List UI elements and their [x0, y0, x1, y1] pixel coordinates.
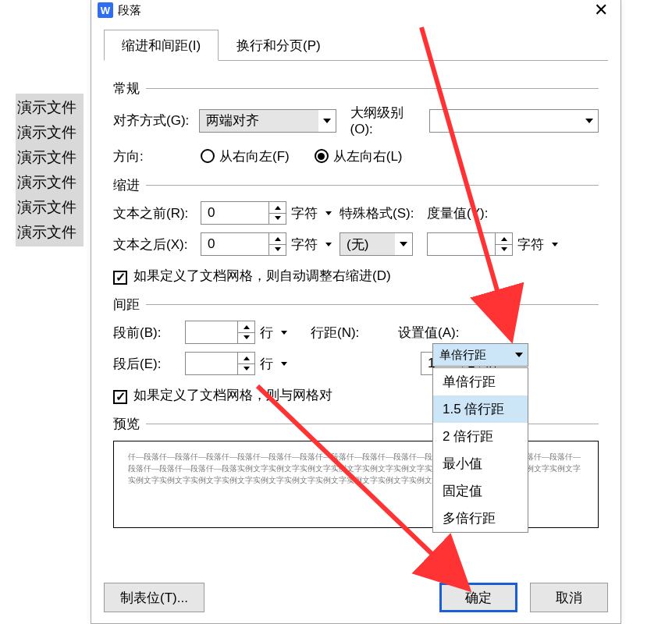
measure-spinner[interactable] — [427, 232, 513, 256]
bg-list-item[interactable]: 演示文件 — [16, 220, 83, 245]
unit-label[interactable]: 字符 — [291, 204, 318, 222]
spinner-down-icon[interactable] — [237, 364, 254, 375]
text-after-spinner[interactable]: 0 — [201, 232, 286, 256]
group-label: 预览 — [113, 415, 140, 433]
chevron-down-icon — [549, 239, 561, 250]
direction-rtl-radio[interactable]: 从右向左(F) — [201, 147, 290, 165]
group-header-general: 常规 — [113, 80, 599, 98]
dropdown-option-double[interactable]: 2 倍行距 — [433, 423, 528, 450]
dropdown-option-fixed[interactable]: 固定值 — [433, 477, 528, 505]
divider — [146, 185, 599, 186]
line-spacing-label: 行距(N): — [311, 324, 398, 342]
group-label: 间距 — [113, 296, 140, 314]
group-label: 缩进 — [113, 176, 140, 194]
dropdown-option-multi[interactable]: 多倍行距 — [433, 505, 528, 532]
snap-to-grid-label: 如果定义了文档网格，则与网格对 — [133, 386, 332, 404]
line-spacing-combo[interactable]: 单倍行距 — [432, 343, 528, 367]
bg-list-item[interactable]: 演示文件 — [16, 120, 83, 145]
paragraph-dialog: W 段落 ✕ 缩进和间距(I) 换行和分页(P) 常规 对齐方式(G): 两端对… — [91, 0, 621, 624]
divider — [146, 88, 599, 89]
line-spacing-dropdown: 单倍行距 1.5 倍行距 2 倍行距 最小值 固定值 多倍行距 — [432, 367, 528, 533]
dropdown-option-1-5[interactable]: 1.5 倍行距 — [433, 395, 528, 423]
radio-icon — [201, 149, 215, 163]
space-after-spinner[interactable] — [185, 352, 255, 375]
tabs: 缩进和间距(I) 换行和分页(P) — [104, 30, 608, 61]
unit-label[interactable]: 字符 — [291, 236, 318, 254]
cancel-button[interactable]: 取消 — [530, 583, 608, 612]
chevron-down-icon — [278, 359, 290, 369]
direction-rtl-label: 从右向左(F) — [219, 147, 290, 165]
spinner-up-icon[interactable] — [495, 233, 512, 245]
checkbox-icon[interactable] — [113, 390, 127, 404]
direction-ltr-radio[interactable]: 从左向右(L) — [315, 147, 403, 165]
alignment-label: 对齐方式(G): — [113, 112, 199, 129]
auto-adjust-indent-label: 如果定义了文档网格，则自动调整右缩进(D) — [133, 267, 391, 285]
bg-list-item[interactable]: 演示文件 — [16, 195, 83, 220]
space-before-value — [186, 321, 237, 343]
special-format-combo[interactable]: (无) — [340, 232, 413, 256]
dropdown-option-single[interactable]: 单倍行距 — [433, 368, 528, 395]
group-label: 常规 — [113, 80, 140, 98]
text-before-label: 文本之前(R): — [113, 204, 201, 222]
close-icon[interactable]: ✕ — [588, 2, 614, 19]
space-before-spinner[interactable] — [185, 321, 255, 344]
text-before-value: 0 — [201, 202, 268, 224]
spinner-down-icon[interactable] — [237, 333, 254, 344]
chevron-down-icon — [278, 328, 290, 338]
set-value-label: 设置值(A): — [398, 324, 459, 342]
special-format-label: 特殊格式(S): — [340, 204, 427, 222]
space-before-label: 段前(B): — [113, 324, 185, 342]
radio-icon — [315, 149, 329, 163]
spinner-up-icon[interactable] — [237, 321, 254, 333]
spinner-down-icon[interactable] — [268, 245, 286, 256]
chevron-down-icon — [322, 239, 335, 250]
dialog-content: 常规 对齐方式(G): 两端对齐 大纲级别(O): 方向: 从右向左(F) — [91, 61, 620, 528]
direction-ltr-label: 从左向右(L) — [333, 147, 403, 165]
button-row: 制表位(T)... 确定 取消 — [104, 583, 608, 612]
spinner-up-icon[interactable] — [268, 233, 286, 245]
chevron-down-icon — [395, 233, 412, 255]
bg-list-item[interactable]: 演示文件 — [16, 145, 83, 170]
unit-label[interactable]: 行 — [260, 355, 273, 373]
text-after-value: 0 — [201, 233, 268, 255]
bg-list-item[interactable]: 演示文件 — [16, 170, 83, 195]
chevron-down-icon — [581, 110, 598, 132]
outline-level-label: 大纲级别(O): — [350, 104, 425, 137]
alignment-combo[interactable]: 两端对齐 — [199, 109, 336, 133]
unit-label[interactable]: 字符 — [517, 236, 544, 254]
direction-label: 方向: — [113, 147, 201, 165]
divider — [146, 304, 599, 305]
background-file-list: 演示文件 演示文件 演示文件 演示文件 演示文件 演示文件 — [16, 94, 84, 246]
spinner-up-icon[interactable] — [237, 353, 254, 364]
group-header-indent: 缩进 — [113, 176, 599, 194]
chevron-down-icon — [318, 110, 336, 132]
measure-label: 度量值(Y): — [427, 204, 488, 222]
outline-level-combo[interactable] — [429, 109, 599, 133]
tab-indent-spacing[interactable]: 缩进和间距(I) — [104, 30, 219, 61]
alignment-value: 两端对齐 — [200, 110, 318, 132]
titlebar: W 段落 ✕ — [91, 0, 620, 20]
ok-button[interactable]: 确定 — [439, 583, 517, 612]
chevron-down-icon — [510, 344, 528, 366]
special-format-value: (无) — [340, 233, 395, 255]
text-after-label: 文本之后(X): — [113, 236, 201, 254]
dialog-title: 段落 — [118, 3, 141, 18]
line-spacing-value: 单倍行距 — [433, 344, 510, 366]
dropdown-option-min[interactable]: 最小值 — [433, 450, 528, 477]
tab-line-page-break[interactable]: 换行和分页(P) — [219, 30, 339, 61]
app-icon: W — [98, 2, 113, 18]
space-after-value — [186, 353, 237, 374]
spinner-up-icon[interactable] — [268, 202, 286, 214]
tabs-button[interactable]: 制表位(T)... — [104, 583, 204, 612]
divider — [146, 424, 599, 424]
spinner-down-icon[interactable] — [495, 245, 512, 256]
outline-level-value — [430, 110, 581, 132]
measure-value — [428, 233, 495, 255]
text-before-spinner[interactable]: 0 — [201, 201, 286, 225]
unit-label[interactable]: 行 — [260, 324, 273, 342]
space-after-label: 段后(E): — [113, 355, 185, 373]
chevron-down-icon — [322, 208, 335, 218]
checkbox-icon[interactable] — [113, 271, 127, 285]
bg-list-item[interactable]: 演示文件 — [16, 95, 83, 120]
spinner-down-icon[interactable] — [268, 214, 286, 225]
